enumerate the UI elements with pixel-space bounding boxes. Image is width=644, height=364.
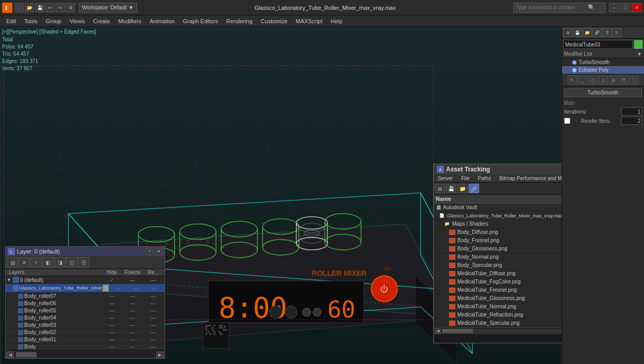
scroll-right-btn[interactable]: ▶: [156, 352, 163, 358]
open-file-btn[interactable]: 📂: [25, 3, 34, 12]
rp-btn2[interactable]: 💾: [573, 28, 582, 37]
menu-help[interactable]: Help: [327, 17, 347, 25]
object-color-swatch[interactable]: [634, 40, 643, 49]
menu-maxscript[interactable]: MAXScript: [292, 17, 327, 25]
at-menu-paths[interactable]: Paths: [474, 175, 496, 182]
object-name-input[interactable]: [563, 40, 633, 49]
menu-views[interactable]: Views: [65, 17, 89, 25]
layer-toolbar-btn7[interactable]: ☰: [78, 257, 89, 267]
search-input[interactable]: [516, 5, 588, 10]
menu-rendering[interactable]: Rendering: [222, 17, 257, 25]
asset-scroll-thumb[interactable]: [442, 329, 473, 333]
layer-expand-icon[interactable]: ▼: [7, 277, 12, 282]
asset-row[interactable]: MedicalTube_Specular.pngFound: [434, 319, 562, 327]
layer-row[interactable]: Glassco_Laboratory_Tube_Roller_Mixer ◻ —…: [6, 284, 164, 293]
layer-toolbar-add-btn[interactable]: ＋: [30, 257, 42, 267]
asset-horizontal-scrollbar[interactable]: ◀ ▶: [434, 327, 562, 334]
rp-nav-btn5[interactable]: ◎: [609, 75, 618, 85]
menu-modifiers[interactable]: Modifiers: [114, 17, 145, 25]
rp-nav-btn4[interactable]: △: [599, 75, 608, 85]
layer-row[interactable]: Body_roller03———: [6, 322, 164, 329]
layer-toolbar-btn4[interactable]: ◧: [42, 257, 54, 267]
layer-panel-titlebar[interactable]: L Layer: 0 (default) ? ✕: [6, 247, 164, 256]
menu-graph-editors[interactable]: Graph Editors: [179, 17, 222, 25]
menu-edit[interactable]: Edit: [2, 17, 20, 25]
scroll-track[interactable]: [14, 352, 156, 358]
asset-row[interactable]: MedicalTube_Diffuse.pngFound: [434, 270, 562, 278]
asset-row[interactable]: MedicalTube_Normal.pngFound: [434, 303, 562, 311]
rp-btn3[interactable]: 📁: [583, 28, 592, 37]
rp-btn1[interactable]: ⊞: [563, 28, 572, 37]
asset-scroll-track[interactable]: [442, 329, 562, 333]
redo-btn[interactable]: ↪: [56, 3, 65, 12]
layer-toolbar-btn6[interactable]: ◫: [66, 257, 77, 267]
maximize-btn[interactable]: □: [620, 3, 631, 12]
render-iters-checkbox[interactable]: [564, 118, 570, 124]
asset-row[interactable]: 📁 Maps / Shaders: [434, 220, 562, 228]
asset-row[interactable]: MedicalTube_FogColor.pngFound: [434, 278, 562, 286]
workspace-selector[interactable]: Workspace: Default ▼: [78, 3, 137, 13]
asset-row[interactable]: Body_Diffuse.pngFound: [434, 228, 562, 236]
iterations-input[interactable]: [621, 107, 642, 116]
at-tb-btn1[interactable]: ⊞: [435, 184, 445, 193]
layer-horizontal-scrollbar[interactable]: ◀ ▶: [6, 351, 164, 358]
asset-row[interactable]: MedicalTube_Fresnel.pngFound: [434, 286, 562, 294]
modifier-item-editpoly[interactable]: Editable Poly: [562, 66, 644, 74]
asset-row[interactable]: MedicalTube_Glossiness.pngFound: [434, 294, 562, 303]
search-box[interactable]: 🔍: [513, 3, 606, 13]
at-menu-server[interactable]: Server: [434, 175, 457, 182]
at-tb-btn3[interactable]: 📁: [457, 184, 468, 193]
layer-row[interactable]: ▼ 0 (default) ✓ — —: [6, 276, 164, 284]
settings-btn[interactable]: ⚙: [66, 3, 75, 12]
scroll-left-btn[interactable]: ◀: [7, 352, 14, 358]
rp-nav-btn3[interactable]: ⬡: [588, 75, 598, 85]
menu-animation[interactable]: Animation: [145, 17, 179, 25]
asset-tracking-titlebar[interactable]: A Asset Tracking – □ ✕: [434, 164, 562, 175]
rp-nav-btn7[interactable]: ⬛: [630, 75, 639, 85]
asset-scroll-left-btn[interactable]: ◀: [435, 328, 441, 334]
layer-row[interactable]: Body_roller04———: [6, 314, 164, 322]
modifier-item-turbsmooth[interactable]: TurboSmooth: [562, 58, 644, 66]
rp-nav-btn2[interactable]: ⎯: [578, 75, 587, 85]
rp-btn6[interactable]: ↻: [612, 28, 621, 37]
search-icon[interactable]: 🔍: [588, 4, 595, 11]
at-tb-btn4[interactable]: 🔗: [469, 184, 479, 193]
layer-toolbar-delete-btn[interactable]: ✕: [19, 257, 30, 267]
save-file-btn[interactable]: 💾: [35, 3, 44, 12]
at-menu-bitmap[interactable]: Bitmap Performance and Memory: [495, 175, 562, 182]
asset-row[interactable]: Body_Fresnel.pngFound: [434, 236, 562, 245]
asset-input-field[interactable]: [434, 334, 562, 343]
rp-btn5[interactable]: ☰: [602, 28, 612, 37]
asset-row[interactable]: 🏦 Autodesk Vault Logged...: [434, 203, 562, 212]
at-tb-btn2[interactable]: 💾: [446, 184, 456, 193]
layer-panel-help-btn[interactable]: ?: [146, 248, 153, 255]
asset-row[interactable]: Body_Glossiness.pngFound: [434, 245, 562, 253]
layer-toolbar-new-btn[interactable]: ▤: [7, 257, 18, 267]
layer-row[interactable]: Body———: [6, 343, 164, 351]
rp-nav-btn6[interactable]: ☷: [619, 75, 629, 85]
layer-toolbar-btn5[interactable]: ◨: [54, 257, 65, 267]
asset-input-row[interactable]: [434, 334, 562, 343]
scroll-thumb[interactable]: [16, 352, 37, 357]
rp-btn4[interactable]: 🔗: [592, 28, 602, 37]
layer-row[interactable]: Body_roller07———: [6, 293, 164, 300]
layer-row[interactable]: Body_roller05———: [6, 307, 164, 314]
at-menu-file[interactable]: File: [457, 175, 473, 182]
menu-create[interactable]: Create: [89, 17, 114, 25]
close-btn[interactable]: ✕: [632, 3, 642, 12]
layer-panel-close-btn[interactable]: ✕: [155, 248, 162, 255]
layer-row[interactable]: Body_roller02———: [6, 329, 164, 336]
menu-customize[interactable]: Customize: [257, 17, 292, 25]
modifier-list-dropdown-icon[interactable]: ▼: [637, 51, 642, 57]
undo-btn[interactable]: ↩: [45, 3, 55, 12]
viewport-3d[interactable]: [+][Perspective] [Shaded + Edged Faces] …: [0, 27, 562, 364]
menu-group[interactable]: Group: [42, 17, 66, 25]
asset-row[interactable]: Body_Normal.pngFound: [434, 253, 562, 261]
menu-tools[interactable]: Tools: [20, 17, 42, 25]
render-iters-input[interactable]: [621, 117, 642, 125]
minimize-btn[interactable]: –: [609, 3, 619, 12]
layer-row[interactable]: Body_roller06———: [6, 300, 164, 307]
layer-row[interactable]: Body_roller01———: [6, 336, 164, 343]
asset-row[interactable]: Body_Specular.pngFound: [434, 261, 562, 270]
new-file-btn[interactable]: □: [14, 3, 24, 12]
